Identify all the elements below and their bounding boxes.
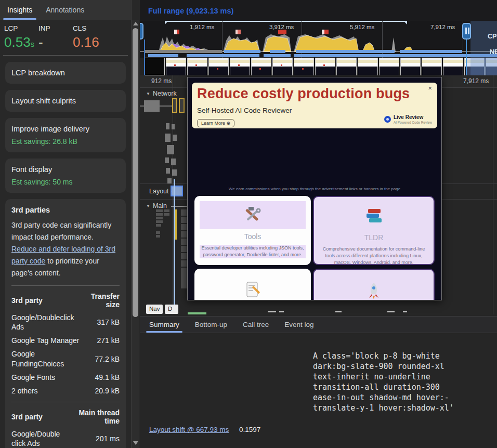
flame-bar[interactable] xyxy=(156,217,163,219)
tick-mark xyxy=(403,311,407,312)
insight-card-layout-shift-culprits[interactable]: Layout shift culprits xyxy=(5,90,126,112)
network-mini-bar xyxy=(187,54,259,57)
flame-bar[interactable] xyxy=(156,235,160,238)
filmstrip-blank-frame[interactable] xyxy=(145,58,165,75)
table-row[interactable]: Google Fonts49.1 kB xyxy=(11,373,120,382)
network-request-bar[interactable] xyxy=(172,169,177,176)
flame-bar[interactable] xyxy=(156,213,163,216)
banner-heading: Reduce costly production bugs xyxy=(197,86,410,102)
cls-value: 0.16 xyxy=(73,35,99,49)
tab-summary[interactable]: Summary xyxy=(149,317,179,333)
network-track-header[interactable]: ▼ Network xyxy=(146,90,177,97)
table-row[interactable]: Google Tag Manager271 kB xyxy=(11,336,120,345)
network-request-bar[interactable] xyxy=(173,135,177,141)
tick-mark xyxy=(268,311,276,312)
image-savings: Est savings: 26.8 kB xyxy=(11,137,120,146)
cls-label: CLS xyxy=(73,24,99,32)
table-row[interactable]: Google/Double click Ads201 ms xyxy=(11,429,120,448)
range-handle-right[interactable] xyxy=(462,23,471,39)
screenshot-marker xyxy=(174,30,179,34)
flame-bar[interactable] xyxy=(181,268,187,288)
sidebar-tab-bar: Insights Annotations xyxy=(0,0,131,20)
scroll-down-icon[interactable] xyxy=(133,441,138,445)
tick-mark xyxy=(387,311,395,312)
minimap-tick: 1,912 ms xyxy=(190,24,214,30)
network-request-bar[interactable] xyxy=(171,159,176,165)
full-range-breadcrumb[interactable]: Full range (9,023.13 ms) xyxy=(148,7,233,15)
network-request-bar[interactable] xyxy=(172,124,175,129)
flame-bar[interactable] xyxy=(156,220,163,223)
flame-bar[interactable] xyxy=(181,217,187,223)
third-parties-title: 3rd parties xyxy=(11,206,120,214)
insight-card-font-display[interactable]: Font display Est savings: 50 ms xyxy=(5,159,126,193)
tab-event-log[interactable]: Event log xyxy=(284,317,313,333)
frame-green-bar xyxy=(188,312,206,314)
event-badge[interactable]: D xyxy=(165,305,178,314)
learn-more-button: Learn More ⊕ xyxy=(197,119,234,127)
sidebar-scrollbar[interactable] xyxy=(132,20,139,448)
minimap-tick: 5,912 ms xyxy=(350,24,374,30)
insight-card-improve-image-delivery[interactable]: Improve image delivery Est savings: 26.8… xyxy=(5,118,126,152)
layout-shift-link[interactable]: Layout shift @ 667.93 ms xyxy=(149,426,229,433)
flame-bar[interactable] xyxy=(181,231,187,238)
screenshot-marker xyxy=(278,30,286,34)
flame-bar[interactable] xyxy=(156,209,163,212)
lcp-label: LCP xyxy=(4,24,38,32)
scroll-up-icon[interactable] xyxy=(133,22,138,25)
flame-bar-yellow[interactable] xyxy=(175,209,177,240)
core-web-vitals: LCP 0.53s INP - CLS 0.16 xyxy=(0,20,131,55)
selected-event-line xyxy=(174,179,175,312)
screenshot-marker xyxy=(236,30,241,34)
network-request-bar[interactable] xyxy=(166,123,169,129)
network-request-bar[interactable] xyxy=(165,157,169,163)
film-red-dot xyxy=(323,64,325,66)
network-request-bar[interactable] xyxy=(167,145,174,154)
flame-bar[interactable] xyxy=(181,224,187,230)
page-card-partial xyxy=(313,269,435,300)
layout-shift-marker-selected[interactable] xyxy=(171,186,183,196)
cpu-row-label: CPU xyxy=(488,33,497,40)
flame-bar[interactable] xyxy=(156,224,161,227)
network-request-bar-highlighted[interactable] xyxy=(179,98,185,113)
tab-annotations[interactable]: Annotations xyxy=(46,0,84,20)
network-request-bar[interactable] xyxy=(144,100,160,112)
timeline-minimap[interactable]: 1,912 ms 3,912 ms 5,912 ms 7,912 ms xyxy=(140,21,497,58)
main-track-header[interactable]: ▼ Main xyxy=(146,202,167,209)
layout-shifts-track-header[interactable]: Layout shifts xyxy=(149,188,172,195)
flame-bar[interactable] xyxy=(164,213,169,216)
tab-insights[interactable]: Insights xyxy=(7,0,32,20)
flame-bar[interactable] xyxy=(164,209,169,212)
minimap-selection[interactable] xyxy=(165,21,407,22)
affiliate-disclaimer: We earn commissions when you shop throug… xyxy=(188,187,441,191)
table-row[interactable]: 2 others20.9 kB xyxy=(11,386,120,396)
network-mini-bar xyxy=(270,50,285,53)
main-thread-table-header: 3rd party Main thread time xyxy=(11,409,120,425)
scrollbar-thumb[interactable] xyxy=(133,28,138,317)
range-line-right xyxy=(466,39,467,75)
table-row[interactable]: Google FundingChoices77.2 kB xyxy=(11,349,120,368)
tab-bottom-up[interactable]: Bottom-up xyxy=(195,317,227,333)
books-icon xyxy=(363,207,384,225)
flame-bar[interactable] xyxy=(156,231,160,234)
page-card-partial xyxy=(194,269,311,300)
network-request-bar[interactable] xyxy=(165,134,171,142)
table-row[interactable]: Google/Doubleclick Ads317 kB xyxy=(11,313,120,332)
insight-card-third-parties[interactable]: 3rd parties 3rd party code can significa… xyxy=(5,199,126,448)
network-request-bar[interactable] xyxy=(167,178,172,183)
network-request-bar-highlighted[interactable] xyxy=(172,98,177,113)
insight-card-lcp-breakdown[interactable]: LCP breakdown xyxy=(5,62,126,84)
screenshot-marker xyxy=(322,30,329,34)
flame-bar[interactable] xyxy=(181,246,187,252)
tab-call-tree[interactable]: Call tree xyxy=(243,317,269,333)
flame-bar[interactable] xyxy=(181,209,187,216)
nav-marker-badge[interactable]: Nav xyxy=(146,305,163,314)
flame-bar[interactable] xyxy=(181,239,187,245)
summary-pane: A class='block p-8 bg-white dark:bg-slat… xyxy=(140,333,497,448)
network-request-bar[interactable] xyxy=(166,168,170,174)
tools-icon xyxy=(242,206,263,224)
flame-bar[interactable] xyxy=(181,253,187,259)
range-handle-left[interactable] xyxy=(140,23,143,39)
network-mini-bar xyxy=(264,54,291,57)
flame-bar[interactable] xyxy=(181,260,187,267)
filmstrip[interactable] xyxy=(145,58,497,75)
